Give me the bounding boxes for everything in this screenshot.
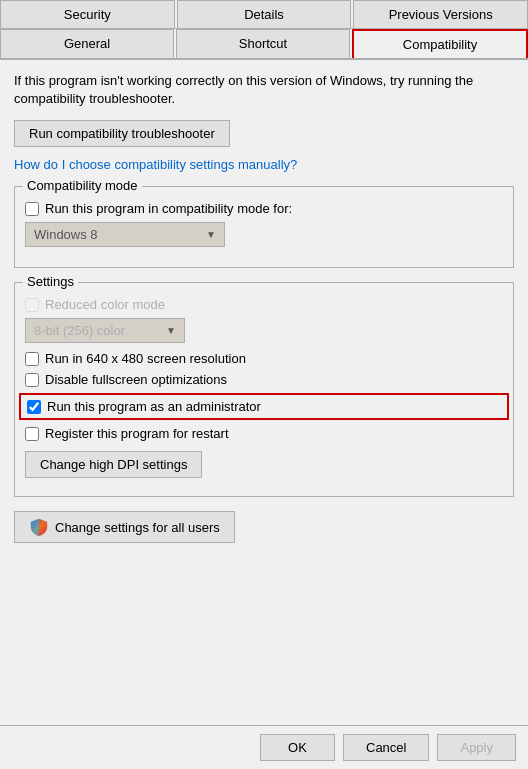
tab-bar-top: Security Details Previous Versions — [0, 0, 528, 29]
tab-shortcut[interactable]: Shortcut — [176, 29, 350, 58]
tab-details[interactable]: Details — [177, 0, 352, 28]
reduced-color-label: Reduced color mode — [45, 297, 165, 312]
settings-label: Settings — [23, 274, 78, 289]
register-restart-row: Register this program for restart — [25, 426, 503, 441]
register-restart-checkbox[interactable] — [25, 427, 39, 441]
run-admin-row: Run this program as an administrator — [19, 393, 509, 420]
disable-fullscreen-label[interactable]: Disable fullscreen optimizations — [45, 372, 227, 387]
run-admin-label[interactable]: Run this program as an administrator — [47, 399, 261, 414]
reduced-color-row: Reduced color mode — [25, 297, 503, 312]
color-dropdown-value: 8-bit (256) color — [34, 323, 125, 338]
register-restart-label[interactable]: Register this program for restart — [45, 426, 229, 441]
tab-general[interactable]: General — [0, 29, 174, 58]
run-640-label[interactable]: Run in 640 x 480 screen resolution — [45, 351, 246, 366]
compatibility-dropdown[interactable]: Windows 8 ▼ — [25, 222, 225, 247]
compatibility-mode-checkbox[interactable] — [25, 202, 39, 216]
bottom-bar: OK Cancel Apply — [0, 725, 528, 769]
color-dropdown-row: 8-bit (256) color ▼ — [25, 318, 503, 343]
compatibility-mode-content: Run this program in compatibility mode f… — [25, 201, 503, 247]
compatibility-dropdown-value: Windows 8 — [34, 227, 98, 242]
high-dpi-btn-row: Change high DPI settings — [25, 451, 503, 478]
disable-fullscreen-checkbox[interactable] — [25, 373, 39, 387]
disable-fullscreen-row: Disable fullscreen optimizations — [25, 372, 503, 387]
settings-content: Reduced color mode 8-bit (256) color ▼ R… — [25, 297, 503, 478]
settings-group: Settings Reduced color mode 8-bit (256) … — [14, 282, 514, 497]
ok-button[interactable]: OK — [260, 734, 335, 761]
change-settings-row: Change settings for all users — [14, 511, 514, 543]
description-text: If this program isn't working correctly … — [14, 72, 514, 108]
run-640-checkbox[interactable] — [25, 352, 39, 366]
run-640-row: Run in 640 x 480 screen resolution — [25, 351, 503, 366]
compatibility-mode-checkbox-row: Run this program in compatibility mode f… — [25, 201, 503, 216]
compatibility-dropdown-arrow: ▼ — [206, 229, 216, 240]
change-settings-btn-label: Change settings for all users — [55, 520, 220, 535]
help-link[interactable]: How do I choose compatibility settings m… — [14, 157, 514, 172]
high-dpi-button[interactable]: Change high DPI settings — [25, 451, 202, 478]
cancel-button[interactable]: Cancel — [343, 734, 429, 761]
shield-icon — [29, 517, 49, 537]
troubleshooter-button[interactable]: Run compatibility troubleshooter — [14, 120, 230, 147]
color-dropdown: 8-bit (256) color ▼ — [25, 318, 185, 343]
tab-compatibility[interactable]: Compatibility — [352, 29, 528, 58]
tab-security[interactable]: Security — [0, 0, 175, 28]
color-dropdown-arrow: ▼ — [166, 325, 176, 336]
change-settings-all-users-button[interactable]: Change settings for all users — [14, 511, 235, 543]
tab-previous-versions[interactable]: Previous Versions — [353, 0, 528, 28]
reduced-color-checkbox — [25, 298, 39, 312]
compatibility-mode-group: Compatibility mode Run this program in c… — [14, 186, 514, 268]
run-admin-checkbox[interactable] — [27, 400, 41, 414]
compatibility-mode-label: Compatibility mode — [23, 178, 142, 193]
tab-bar-bottom: General Shortcut Compatibility — [0, 29, 528, 60]
content-area: If this program isn't working correctly … — [0, 60, 528, 725]
compatibility-mode-checkbox-label[interactable]: Run this program in compatibility mode f… — [45, 201, 292, 216]
compatibility-dropdown-row: Windows 8 ▼ — [25, 222, 503, 247]
apply-button[interactable]: Apply — [437, 734, 516, 761]
